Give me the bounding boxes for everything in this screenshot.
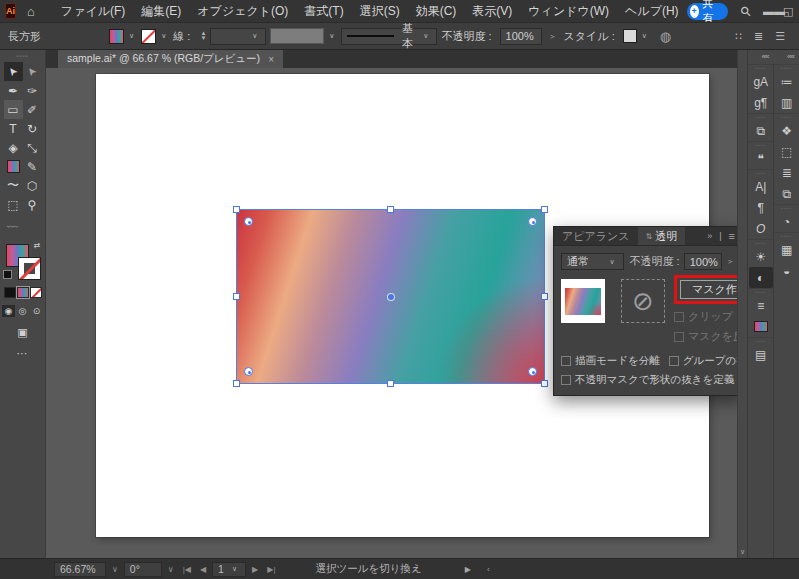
- scroll-down-icon[interactable]: ∨: [740, 548, 745, 556]
- recolor-artwork-icon[interactable]: ◍: [660, 29, 671, 44]
- panel-opacity-field[interactable]: 100%: [684, 253, 722, 270]
- selection-handle[interactable]: [541, 206, 548, 213]
- stroke-icon[interactable]: ≡: [749, 295, 773, 316]
- selection-handle[interactable]: [387, 380, 394, 387]
- style-swatch[interactable]: [623, 29, 637, 43]
- panel-opacity-flyout-icon[interactable]: ＞: [726, 254, 735, 270]
- layers-icon[interactable]: ❖: [775, 120, 799, 141]
- profile-caret-icon[interactable]: ∨: [329, 32, 334, 40]
- vertical-scrollbar[interactable]: ∨: [737, 50, 747, 558]
- screen-mode-icon[interactable]: ▣: [17, 326, 27, 339]
- direct-selection-tool[interactable]: ➤: [23, 62, 42, 81]
- menu-select[interactable]: 選択(S): [352, 3, 408, 20]
- dock-group-grip[interactable]: ▪▪▪▪: [774, 64, 799, 71]
- dock-group-grip[interactable]: ▪▪▪▪: [748, 169, 773, 176]
- draw-inside-icon[interactable]: ⊙: [30, 305, 43, 317]
- appearance-icon[interactable]: ☀: [749, 246, 773, 267]
- menu-edit[interactable]: 編集(E): [133, 3, 189, 20]
- clip-checkbox[interactable]: [674, 312, 684, 322]
- paragraph-styles-icon[interactable]: ɡ¶: [749, 92, 773, 113]
- gradient-icon[interactable]: [749, 316, 773, 337]
- dock-group-grip[interactable]: ▪▪▪▪: [748, 64, 773, 71]
- menu-window[interactable]: ウィンドウ(W): [520, 3, 617, 20]
- selection-handle[interactable]: [233, 380, 240, 387]
- style-caret-icon[interactable]: ∨: [642, 32, 647, 40]
- status-expand-icon[interactable]: ▶: [465, 565, 471, 574]
- dock-group-grip[interactable]: ▪▪▪▪: [748, 239, 773, 246]
- menu-type[interactable]: 書式(T): [296, 3, 351, 20]
- selection-handle[interactable]: [541, 380, 548, 387]
- selection-handle[interactable]: [387, 206, 394, 213]
- next-artboard-icon[interactable]: ▶: [249, 565, 261, 574]
- define-knockout-checkbox[interactable]: [561, 375, 571, 385]
- blend-mode-dropdown[interactable]: 通常 ∨: [561, 253, 624, 270]
- draw-behind-icon[interactable]: ◎: [16, 305, 29, 317]
- selected-gradient-rectangle[interactable]: [236, 209, 545, 384]
- tab-appearance[interactable]: アピアランス: [554, 227, 638, 245]
- make-mask-button[interactable]: マスク作成: [680, 280, 737, 299]
- last-artboard-icon[interactable]: ▶|: [264, 565, 278, 574]
- stroke-color-well[interactable]: [18, 257, 41, 280]
- libraries-icon[interactable]: ▤: [749, 344, 773, 365]
- object-thumbnail[interactable]: [561, 279, 605, 323]
- collapse-dock-icon[interactable]: ««: [748, 50, 774, 64]
- brush-definition-dropdown[interactable]: 基本 ∨: [341, 28, 437, 45]
- artboard-number-field[interactable]: 1 ∨: [212, 562, 246, 577]
- artboard-tool[interactable]: ⬚: [4, 195, 23, 214]
- artboards-icon[interactable]: ⬚: [775, 141, 799, 162]
- pen-tool[interactable]: ✒: [4, 81, 23, 100]
- stroke-caret-icon[interactable]: ∨: [161, 32, 166, 40]
- prev-artboard-icon[interactable]: ◀: [197, 565, 209, 574]
- zoom-caret-icon[interactable]: ∨: [109, 565, 121, 574]
- panel-options-icon[interactable]: ≣: [754, 30, 763, 43]
- shape-builder-tool[interactable]: ⬡: [23, 176, 42, 195]
- color-button[interactable]: [4, 287, 16, 298]
- corner-widget[interactable]: [528, 217, 537, 226]
- fill-swatch[interactable]: [109, 29, 124, 44]
- isolate-blending-checkbox[interactable]: [561, 356, 571, 366]
- rectangle-tool[interactable]: ▭: [4, 100, 23, 119]
- stroke-weight-stepper[interactable]: ▲▼: [200, 31, 206, 41]
- dock-group-grip[interactable]: ▪▪▪▪: [748, 337, 773, 344]
- menu-object[interactable]: オブジェクト(O): [189, 3, 296, 20]
- rotate-tool[interactable]: ↻: [23, 119, 42, 138]
- libraries-book-icon[interactable]: ▥: [775, 92, 799, 113]
- selection-tool[interactable]: ➤: [4, 62, 23, 81]
- gradient-tool[interactable]: [4, 157, 23, 176]
- stroke-swatch[interactable]: [141, 29, 156, 44]
- none-button[interactable]: [30, 287, 42, 298]
- status-scroll-left-icon[interactable]: ‹: [487, 565, 490, 574]
- gradient-panel-icon[interactable]: ◔: [775, 211, 799, 232]
- corner-widget[interactable]: [528, 367, 537, 376]
- eraser-tool[interactable]: ◈: [4, 138, 23, 157]
- toolbar-grip[interactable]: ▪▪▪▪: [16, 53, 29, 59]
- dock-group-grip[interactable]: ▪▪▪▪: [748, 113, 773, 120]
- selection-handle[interactable]: [233, 293, 240, 300]
- corner-widget[interactable]: [244, 217, 253, 226]
- workspace-switcher-icon[interactable]: ◱: [783, 5, 793, 18]
- comments-icon[interactable]: ❝: [749, 148, 773, 169]
- default-fill-stroke-icon[interactable]: [3, 270, 12, 279]
- opacity-value-field[interactable]: 100%: [500, 28, 542, 45]
- fill-caret-icon[interactable]: ∨: [129, 32, 134, 40]
- tab-transparency[interactable]: ⇅ 透明: [638, 227, 686, 245]
- corner-widget[interactable]: [244, 367, 253, 376]
- menu-effect[interactable]: 効果(C): [408, 3, 465, 20]
- opentype-icon[interactable]: O: [749, 218, 773, 239]
- curvature-tool[interactable]: ✑: [23, 81, 42, 100]
- transparency-icon[interactable]: ◐: [749, 267, 773, 288]
- center-point[interactable]: [388, 294, 394, 300]
- scale-tool[interactable]: ⤡: [23, 138, 42, 157]
- dock-group-grip[interactable]: ▪▪▪▪: [748, 141, 773, 148]
- dock-group-grip[interactable]: ▪▪▪▪: [774, 232, 799, 239]
- rotation-field[interactable]: 0°: [124, 562, 162, 577]
- tab-close-icon[interactable]: ×: [268, 54, 274, 65]
- align-icon[interactable]: ≣: [775, 162, 799, 183]
- warp-tool[interactable]: 〜: [4, 176, 23, 195]
- dock-group-grip[interactable]: ▪▪▪▪: [748, 288, 773, 295]
- collapse-panel-icon[interactable]: »: [707, 231, 712, 241]
- rotation-caret-icon[interactable]: ∨: [165, 565, 177, 574]
- canvas[interactable]: アピアランス ⇅ 透明 » | ≡: [46, 68, 737, 558]
- swap-fill-stroke-icon[interactable]: ⇄: [34, 241, 41, 250]
- edit-toolbar-icon[interactable]: ⋯: [17, 347, 29, 360]
